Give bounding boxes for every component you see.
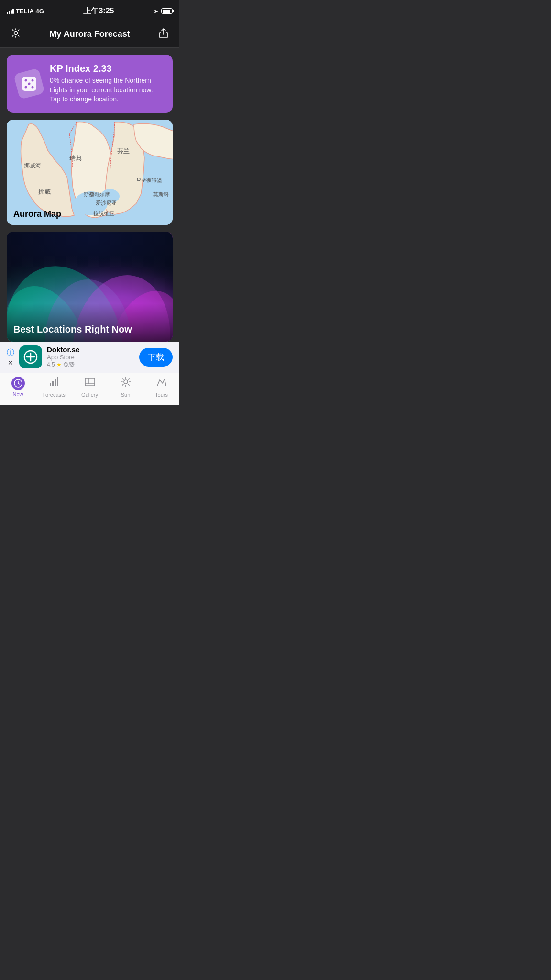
network-label: 4G xyxy=(36,8,44,15)
svg-line-50 xyxy=(128,379,129,379)
ad-middle: Doktor.se App Store 4.5 ★ 免费 xyxy=(47,345,134,369)
svg-text:斯德哥尔摩: 斯德哥尔摩 xyxy=(84,191,110,197)
ad-rating: 4.5 ★ 免费 xyxy=(47,361,134,369)
signal-bars xyxy=(7,8,14,14)
share-button[interactable] xyxy=(156,26,171,43)
sun-icon xyxy=(120,376,132,390)
svg-text:瑞典: 瑞典 xyxy=(69,155,82,162)
tab-sun[interactable]: Sun xyxy=(108,376,143,398)
main-content: KP Index 2.33 0% chance of seeing the No… xyxy=(0,48,179,342)
svg-text:挪威海: 挪威海 xyxy=(24,162,41,169)
ad-info-button[interactable]: ⓘ ✕ xyxy=(7,348,14,367)
svg-line-51 xyxy=(122,384,123,385)
ad-app-icon xyxy=(19,345,42,368)
status-right: ➤ xyxy=(154,8,173,15)
tab-sun-label: Sun xyxy=(121,392,131,398)
status-time: 上午3:25 xyxy=(83,6,114,16)
ad-store: App Store xyxy=(47,354,75,361)
svg-rect-40 xyxy=(85,378,95,386)
svg-text:莫斯科: 莫斯科 xyxy=(153,191,169,197)
aurora-overlay: Best Locations Right Now xyxy=(7,303,173,342)
ad-close-icon[interactable]: ✕ xyxy=(8,359,13,367)
svg-text:挪威: 挪威 xyxy=(38,188,51,195)
tab-gallery[interactable]: Gallery xyxy=(72,376,108,398)
tab-forecasts[interactable]: Forecasts xyxy=(36,376,72,398)
nav-bar: My Aurora Forecast xyxy=(0,21,179,48)
ad-free-label: 免费 xyxy=(63,361,75,369)
svg-rect-38 xyxy=(55,379,56,386)
tab-bar: Now Forecasts Gallery xyxy=(0,373,179,405)
ad-rating-value: 4.5 xyxy=(47,361,55,368)
tab-now[interactable]: Now xyxy=(0,377,36,397)
svg-text:拉脱维亚: 拉脱维亚 xyxy=(93,211,114,216)
kp-title: KP Index 2.33 xyxy=(50,63,163,74)
kp-index-card[interactable]: KP Index 2.33 0% chance of seeing the No… xyxy=(7,55,173,113)
settings-button[interactable] xyxy=(9,26,23,43)
svg-line-48 xyxy=(122,379,123,379)
tab-tours[interactable]: Tours xyxy=(143,376,179,398)
forecasts-icon xyxy=(48,376,60,390)
tab-gallery-label: Gallery xyxy=(81,392,98,398)
ad-banner: ⓘ ✕ Doktor.se App Store 4.5 ★ 免费 下载 xyxy=(0,342,179,373)
svg-rect-36 xyxy=(50,383,51,386)
battery-indicator xyxy=(161,8,173,14)
svg-text:爱沙尼亚: 爱沙尼亚 xyxy=(96,200,117,206)
status-left: TELIA 4G xyxy=(7,8,44,15)
svg-text:圣彼得堡: 圣彼得堡 xyxy=(141,177,162,183)
kp-subtitle: 0% chance of seeing the Northern Lights … xyxy=(50,76,163,104)
svg-line-35 xyxy=(18,383,20,384)
aurora-map-card[interactable]: 挪威海 瑞典 芬兰 挪威 圣彼得堡 斯德哥尔摩 爱沙尼亚 拉脱维亚 莫斯科 Au… xyxy=(7,120,173,225)
aurora-locations-label: Best Locations Right Now xyxy=(13,324,132,335)
tours-icon xyxy=(156,376,167,390)
svg-point-43 xyxy=(124,380,128,384)
ad-star-icon: ★ xyxy=(56,361,62,368)
ad-download-button[interactable]: 下载 xyxy=(139,348,173,367)
svg-rect-39 xyxy=(57,377,58,386)
aurora-locations-card[interactable]: Best Locations Right Now xyxy=(7,232,173,342)
tab-now-label: Now xyxy=(12,391,23,397)
status-bar: TELIA 4G 上午3:25 ➤ xyxy=(0,0,179,21)
location-icon: ➤ xyxy=(154,8,159,15)
kp-text-block: KP Index 2.33 0% chance of seeing the No… xyxy=(50,63,163,104)
svg-rect-37 xyxy=(52,381,54,386)
map-label: Aurora Map xyxy=(13,209,61,219)
gallery-icon xyxy=(84,376,96,390)
now-clock-icon xyxy=(11,377,25,390)
nav-title: My Aurora Forecast xyxy=(49,29,130,39)
ad-app-name: Doktor.se xyxy=(47,345,134,354)
svg-line-49 xyxy=(128,384,129,385)
svg-point-0 xyxy=(14,32,18,35)
tab-forecasts-label: Forecasts xyxy=(42,392,65,398)
svg-text:芬兰: 芬兰 xyxy=(117,147,130,155)
kp-dice-icon xyxy=(13,68,45,100)
tab-tours-label: Tours xyxy=(155,392,168,398)
carrier-label: TELIA xyxy=(16,8,34,15)
